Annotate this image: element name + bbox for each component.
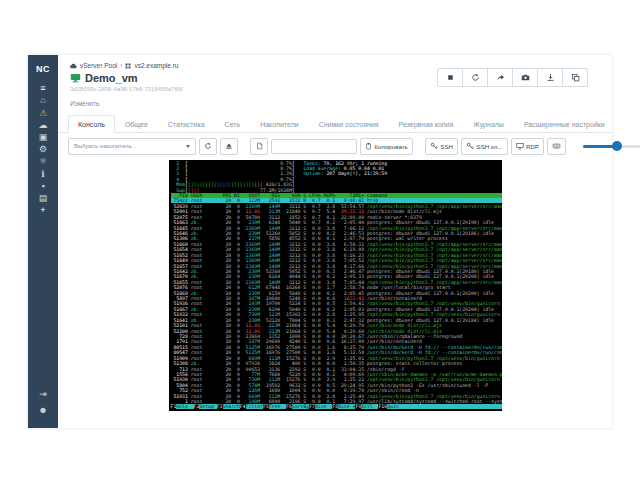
breadcrumb-separator: › — [120, 62, 122, 69]
tab-storage[interactable]: Накопители — [250, 115, 308, 133]
download-icon — [546, 73, 555, 82]
eject-icon — [225, 142, 233, 150]
ssh-key-button[interactable]: SSH кл... — [461, 138, 508, 155]
edit-link[interactable]: Изменить — [70, 100, 99, 107]
info-icon[interactable]: ℹ — [39, 170, 48, 179]
rdp-button[interactable]: RDP — [511, 138, 545, 155]
keyboard-icon — [552, 142, 561, 150]
journal-icon[interactable]: ▤ — [39, 194, 48, 203]
keyboard-button[interactable] — [547, 138, 566, 155]
server-pool-icon — [70, 63, 77, 69]
cloud-icon[interactable]: ☁ — [39, 121, 48, 130]
refresh-media-button[interactable] — [199, 138, 217, 155]
paste-text-button[interactable] — [250, 138, 268, 155]
install-button[interactable] — [537, 68, 563, 87]
console-toolbar: Выбрать накопитель... Копировать SSH SSH… — [58, 133, 612, 159]
vm-console-terminal[interactable]: 1 [ 0.7%] Tasks: 70, 162 thr; 1 running … — [169, 160, 502, 411]
network-icon[interactable]: ⚛ — [39, 157, 48, 166]
tab-statistics[interactable]: Статистика — [158, 115, 215, 133]
app-logo[interactable]: NC — [36, 55, 50, 81]
alerts-icon[interactable]: ⚠ — [39, 109, 48, 118]
file-icon — [256, 142, 263, 150]
chevron-down-icon — [186, 145, 190, 148]
sidebar: NC ≡⌂⚠☁▣⚙⚛ℹ▪▤+ ⇥☻ — [28, 55, 58, 428]
app-window: NC ≡⌂⚠☁▣⚙⚛ℹ▪▤+ ⇥☻ vServer Pool › vs2.exa… — [28, 55, 612, 428]
tab-general[interactable]: Общее — [115, 115, 158, 133]
share-icon — [496, 73, 505, 82]
tab-snapshots[interactable]: Снимки состояния — [309, 115, 389, 133]
dashboard-icon[interactable]: ⌂ — [39, 96, 48, 105]
console-icon[interactable]: ▣ — [39, 133, 48, 142]
stop-icon — [446, 73, 455, 82]
redirect-button[interactable] — [487, 68, 513, 87]
key-icon — [430, 142, 438, 150]
breadcrumb-host-link[interactable]: vs2.example.ru — [134, 62, 178, 69]
clone-button[interactable] — [562, 68, 588, 87]
settings-icon[interactable]: ⚙ — [39, 145, 48, 154]
sidebar-menu: ≡⌂⚠☁▣⚙⚛ℹ▪▤+ — [39, 81, 48, 218]
vm-monitor-icon — [70, 73, 81, 83]
slider-thumb[interactable] — [612, 141, 622, 151]
main-content: vServer Pool › vs2.example.ru Demo_vm 3d… — [58, 55, 612, 428]
breadcrumb-pool-link[interactable]: vServer Pool — [80, 62, 117, 69]
screenshot-button[interactable] — [512, 68, 538, 87]
stop-button[interactable] — [437, 68, 463, 87]
camera-icon — [521, 73, 530, 82]
refresh-icon — [204, 142, 212, 150]
sidebar-bottom-menu: ⇥☻ — [28, 387, 58, 418]
add-icon[interactable]: + — [39, 206, 48, 215]
storage-icon[interactable]: ▪ — [39, 182, 48, 191]
console-area: 1 [ 0.7%] Tasks: 70, 162 thr; 1 running … — [58, 159, 612, 411]
disk-select[interactable]: Выбрать накопитель... — [68, 138, 196, 155]
clipboard-input[interactable] — [271, 139, 357, 154]
ssh-button-label: SSH — [440, 143, 453, 150]
display-icon — [516, 142, 524, 150]
user-icon[interactable]: ☻ — [28, 406, 58, 415]
rdp-button-label: RDP — [526, 143, 539, 150]
disk-select-value: Выбрать накопитель... — [74, 143, 137, 149]
clipboard-icon — [365, 142, 372, 150]
page-header: vServer Pool › vs2.example.ru Demo_vm 3d… — [58, 55, 612, 110]
copy-button[interactable]: Копировать — [360, 138, 413, 155]
scale-slider[interactable] — [583, 145, 640, 148]
tab-journal[interactable]: Журналы — [463, 115, 514, 133]
page-title: Demo_vm — [85, 72, 138, 84]
restart-icon — [471, 73, 480, 82]
ssh-button[interactable]: SSH — [425, 138, 458, 155]
tab-network[interactable]: Сеть — [215, 115, 251, 133]
menu-icon[interactable]: ≡ — [39, 84, 48, 93]
tab-advanced[interactable]: Расширенные настройки — [514, 115, 615, 133]
vm-action-group — [438, 68, 588, 87]
restart-button[interactable] — [462, 68, 488, 87]
host-grid-icon — [125, 63, 131, 69]
tab-backup[interactable]: Резервная копия — [389, 115, 464, 133]
eject-button[interactable] — [220, 138, 238, 155]
logout-icon[interactable]: ⇥ — [28, 390, 58, 399]
key-icon — [466, 142, 474, 150]
clone-icon — [571, 73, 580, 82]
tab-bar: КонсольОбщееСтатистикаСетьНакопителиСним… — [58, 115, 612, 133]
ssh-key-button-label: SSH кл... — [477, 143, 503, 150]
copy-button-label: Копировать — [375, 143, 408, 150]
tab-console[interactable]: Консоль — [68, 115, 115, 133]
